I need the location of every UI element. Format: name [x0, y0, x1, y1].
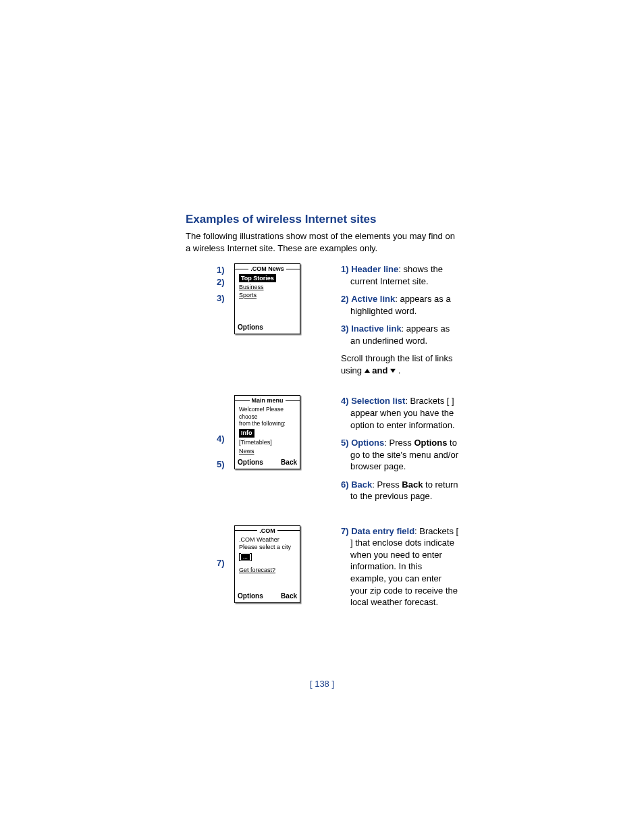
scroll-note: Scroll through the list of links using a…	[341, 353, 459, 376]
screen1-link-sports: Sports	[239, 292, 257, 298]
screen2-welcome-1: Welcome! Please choose	[239, 406, 296, 419]
screen2-welcome-2: from the following:	[239, 420, 296, 427]
screen2-header: Main menu	[250, 397, 286, 404]
screen3-link-forecast: Get forecast?	[239, 567, 275, 574]
callout-5: 5)	[217, 459, 225, 469]
phone-screen-1: .COM News Top Stories Business Sports Op…	[234, 263, 300, 334]
screen2-softkey-back: Back	[281, 459, 297, 466]
def-4: 4) Selection list: Brackets [ ] appear w…	[341, 395, 459, 431]
def-2: 2) Active link: appears as a highlighted…	[341, 293, 459, 317]
def-5: 5) Options: Press Options to go to the s…	[341, 437, 459, 473]
callout-4: 4)	[217, 434, 225, 444]
screen1-link-business: Business	[239, 284, 264, 290]
def-3: 3) Inactive link: appears as an underlin…	[341, 323, 459, 346]
callout-3: 3)	[217, 293, 225, 303]
callout-1: 1)	[217, 265, 225, 275]
screen1-softkey-options: Options	[238, 323, 263, 331]
callout-2: 2)	[217, 277, 225, 287]
screen1-active-link: Top Stories	[239, 274, 276, 282]
screen1-header: .COM News	[248, 265, 286, 272]
screen3-softkey-back: Back	[281, 592, 297, 600]
screen2-sel-info: Info	[239, 429, 254, 438]
screen2-sel-timetables: [Timetables]	[239, 439, 296, 446]
up-arrow-icon	[365, 369, 370, 373]
callout-7: 7)	[217, 558, 225, 568]
screen3-entry-brackets: ...	[239, 553, 252, 561]
screen2-softkey-options: Options	[238, 459, 263, 466]
phone-screen-3: .COM .COM Weather Please select a city .…	[234, 525, 300, 603]
intro-paragraph: The following illustrations show most of…	[186, 230, 459, 254]
screen3-softkey-options: Options	[238, 592, 263, 600]
def-7: 7) Data entry field: Brackets [ ] that e…	[341, 525, 459, 608]
def-6: 6) Back: Press Back to return to the pre…	[341, 479, 459, 502]
def-1: 1) Header line: shows the current Intern…	[341, 263, 459, 287]
screen3-line1: .COM Weather	[239, 536, 296, 544]
phone-screen-2: Main menu Welcome! Please choose from th…	[234, 395, 300, 469]
section-heading: Examples of wireless Internet sites	[186, 213, 459, 226]
screen3-header: .COM	[257, 527, 277, 534]
page-number: [ 138 ]	[0, 679, 644, 689]
screen2-link-news: News	[239, 448, 254, 455]
screen3-line2: Please select a city	[239, 544, 296, 551]
down-arrow-icon	[390, 369, 396, 373]
screen3-entry-field: ...	[241, 554, 250, 561]
